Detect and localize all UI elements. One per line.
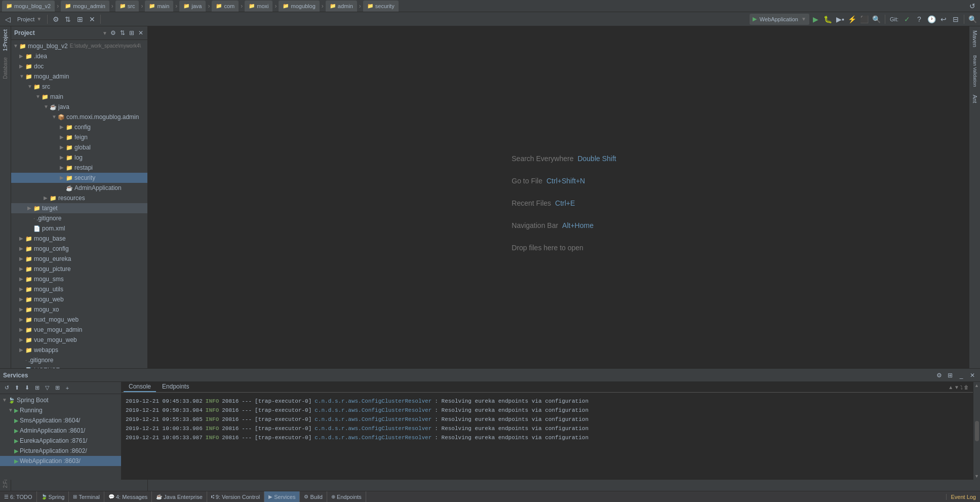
services-down-btn[interactable]: ⬇ bbox=[22, 383, 31, 393]
tree-target[interactable]: ▶ 📁 target bbox=[11, 203, 147, 213]
tree-mogu-config[interactable]: ▶ 📁 mogu_config bbox=[11, 244, 147, 254]
services-spring-boot[interactable]: ▼ 🍃 Spring Boot bbox=[0, 395, 121, 405]
toolbar-sort[interactable]: ⇅ bbox=[62, 14, 73, 25]
tab-java[interactable]: 📁 java bbox=[179, 1, 206, 12]
tree-mogu-xo[interactable]: ▶ 📁 mogu_xo bbox=[11, 304, 147, 315]
refresh-icon[interactable]: ↺ bbox=[967, 1, 978, 12]
services-close-btn[interactable]: ✕ bbox=[968, 371, 977, 380]
services-picture-app[interactable]: ▶ PictureApplication :8602/ bbox=[0, 446, 121, 456]
tree-main[interactable]: ▼ 📁 main bbox=[11, 92, 147, 102]
tree-gitignore-admin[interactable]: · .gitignore bbox=[11, 213, 147, 223]
tree-doc[interactable]: ▶ 📁 doc bbox=[11, 61, 147, 71]
project-dropdown[interactable]: Project ▼ bbox=[14, 29, 107, 36]
debug-button[interactable]: 🐛 bbox=[822, 14, 834, 25]
status-endpoints[interactable]: ⊕ Endpoints bbox=[327, 491, 366, 502]
tree-restapi[interactable]: ▶ 📁 restapi bbox=[11, 163, 147, 173]
services-minimize-btn[interactable]: _ bbox=[957, 371, 966, 380]
git-question[interactable]: ? bbox=[914, 14, 925, 25]
tree-mogu-eureka[interactable]: ▶ 📁 mogu_eureka bbox=[11, 254, 147, 264]
tree-feign[interactable]: ▶ 📁 feign bbox=[11, 132, 147, 142]
tab-com[interactable]: 📁 com bbox=[212, 1, 239, 12]
run-config-name[interactable]: WebApplication bbox=[760, 16, 798, 22]
tree-vue-mogu-admin[interactable]: ▶ 📁 vue_mogu_admin bbox=[11, 325, 147, 335]
tree-security[interactable]: ▶ 📁 security bbox=[11, 173, 147, 183]
console-scrollbar[interactable]: ▲ ▼ bbox=[973, 382, 980, 480]
tab-mogublog[interactable]: 📁 mogublog bbox=[279, 1, 319, 12]
services-add-btn[interactable]: + bbox=[63, 383, 72, 393]
services-layout-btn[interactable]: ⊞ bbox=[946, 371, 955, 380]
sidebar-tab-database[interactable]: Database bbox=[2, 54, 9, 82]
services-web-app[interactable]: ▶ WebApplication :8603/ bbox=[0, 456, 121, 466]
tree-mogu-sms[interactable]: ▶ 📁 mogu_sms bbox=[11, 274, 147, 284]
console-wrap-btn[interactable]: ⤵ bbox=[960, 384, 963, 390]
tree-admin-application[interactable]: ☕ AdminApplication bbox=[11, 183, 147, 193]
services-running-group[interactable]: ▼ ▶ Running bbox=[0, 405, 121, 415]
services-rerun-btn[interactable]: ↺ bbox=[2, 383, 11, 393]
status-todo[interactable]: ☰ 6: TODO bbox=[0, 491, 37, 502]
toolbar-close[interactable]: ✕ bbox=[87, 14, 98, 25]
run-with-coverage-button[interactable]: ▶▪ bbox=[835, 14, 846, 25]
sidebar-tab-maven[interactable]: Maven bbox=[970, 26, 979, 51]
status-version-control[interactable]: ⑆ 9: Version Control bbox=[207, 491, 264, 502]
project-close-btn[interactable]: ✕ bbox=[137, 28, 144, 37]
status-java-enterprise[interactable]: ☕ Java Enterprise bbox=[152, 491, 207, 502]
services-settings-btn[interactable]: ⚙ bbox=[934, 371, 944, 380]
tree-gitignore-root[interactable]: · .gitignore bbox=[11, 355, 147, 365]
status-messages[interactable]: 💬 4: Messages bbox=[104, 491, 152, 502]
toolbar-navigate-back[interactable]: ◁ bbox=[2, 14, 13, 25]
services-sms-app[interactable]: ▶ SmsApplication :8604/ bbox=[0, 415, 121, 426]
status-spring[interactable]: 🍃 Spring bbox=[37, 491, 69, 502]
tree-mogu-admin[interactable]: ▼ 📁 mogu_admin bbox=[11, 71, 147, 82]
scrollbar-down-btn[interactable]: ▼ bbox=[973, 473, 980, 480]
tree-nuxt-mogu-web[interactable]: ▶ 📁 nuxt_mogu_web bbox=[11, 315, 147, 325]
tree-root[interactable]: ▼ 📁 mogu_blog_v2 E:\study_work_space\myw… bbox=[11, 41, 147, 51]
services-up-btn[interactable]: ⬆ bbox=[12, 383, 21, 393]
tab-main[interactable]: 📁 main bbox=[145, 1, 173, 12]
console-tab-endpoints[interactable]: Endpoints bbox=[157, 382, 194, 392]
status-terminal[interactable]: ⊞ Terminal bbox=[69, 491, 104, 502]
toolbar-search2[interactable]: 🔍 bbox=[967, 14, 978, 25]
scrollbar-up-btn[interactable]: ▲ bbox=[973, 382, 980, 389]
tree-package[interactable]: ▼ 📦 com.moxi.mogublog.admin bbox=[11, 112, 147, 122]
services-filter-btn[interactable]: ▽ bbox=[43, 383, 52, 393]
console-tab-console[interactable]: Console bbox=[124, 382, 156, 392]
tree-config[interactable]: ▶ 📁 config bbox=[11, 122, 147, 132]
status-services[interactable]: ▶ Services bbox=[264, 491, 300, 502]
profile-button[interactable]: ⚡ bbox=[847, 14, 858, 25]
console-log-area[interactable]: 2019-12-21 09:45:33.982 INFO 20816 --- [… bbox=[122, 393, 973, 480]
toolbar-expand[interactable]: ⊞ bbox=[74, 14, 86, 25]
tree-log[interactable]: ▶ 📁 log bbox=[11, 152, 147, 163]
tree-mogu-utils[interactable]: ▶ 📁 mogu_utils bbox=[11, 284, 147, 294]
tab-security[interactable]: 📁 security bbox=[363, 1, 399, 12]
tree-mogu-base[interactable]: ▶ 📁 mogu_base bbox=[11, 234, 147, 244]
sidebar-tab-ant[interactable]: Ant bbox=[970, 91, 979, 107]
console-clear-btn[interactable]: 🗑 bbox=[964, 384, 969, 390]
tab-mogu-admin[interactable]: 📁 mogu_admin bbox=[61, 1, 109, 12]
search-button[interactable]: 🔍 bbox=[871, 14, 882, 25]
tree-idea[interactable]: ▶ 📁 .idea bbox=[11, 51, 147, 61]
git-undo[interactable]: ↩ bbox=[938, 14, 949, 25]
tree-global[interactable]: ▶ 📁 global bbox=[11, 142, 147, 152]
services-group-btn[interactable]: ⊞ bbox=[32, 383, 42, 393]
tree-resources[interactable]: ▶ 📁 resources bbox=[11, 193, 147, 203]
git-check[interactable]: ✓ bbox=[901, 14, 913, 25]
status-event-log[interactable]: Event Log bbox=[946, 494, 980, 500]
sidebar-tab-bean-validation[interactable]: Bean Validation bbox=[971, 51, 979, 91]
services-more-btn[interactable]: ⊞ bbox=[53, 383, 62, 393]
tree-pom[interactable]: 📄 pom.xml bbox=[11, 223, 147, 234]
tree-mogu-web[interactable]: ▶ 📁 mogu_web bbox=[11, 294, 147, 304]
services-eureka-app[interactable]: ▶ EurekaApplication :8761/ bbox=[0, 436, 121, 446]
tree-mogu-picture[interactable]: ▶ 📁 mogu_picture bbox=[11, 264, 147, 274]
toolbar-settings[interactable]: ⚙ bbox=[50, 14, 61, 25]
sidebar-tab-project[interactable]: 1:Project bbox=[2, 26, 9, 54]
console-scroll-up[interactable]: ▲ bbox=[948, 384, 953, 390]
tree-java[interactable]: ▼ ☕ java bbox=[11, 102, 147, 112]
services-admin-app[interactable]: ▶ AdminApplication :8601/ bbox=[0, 426, 121, 436]
scrollbar-thumb[interactable] bbox=[975, 421, 979, 441]
tab-moxi[interactable]: 📁 moxi bbox=[245, 1, 272, 12]
console-scroll-down[interactable]: ▼ bbox=[954, 384, 959, 390]
project-settings-btn[interactable]: ⚙ bbox=[109, 28, 117, 37]
git-layout[interactable]: ⊟ bbox=[950, 14, 961, 25]
git-clock[interactable]: 🕐 bbox=[926, 14, 937, 25]
tab-src[interactable]: 📁 src bbox=[115, 1, 139, 12]
